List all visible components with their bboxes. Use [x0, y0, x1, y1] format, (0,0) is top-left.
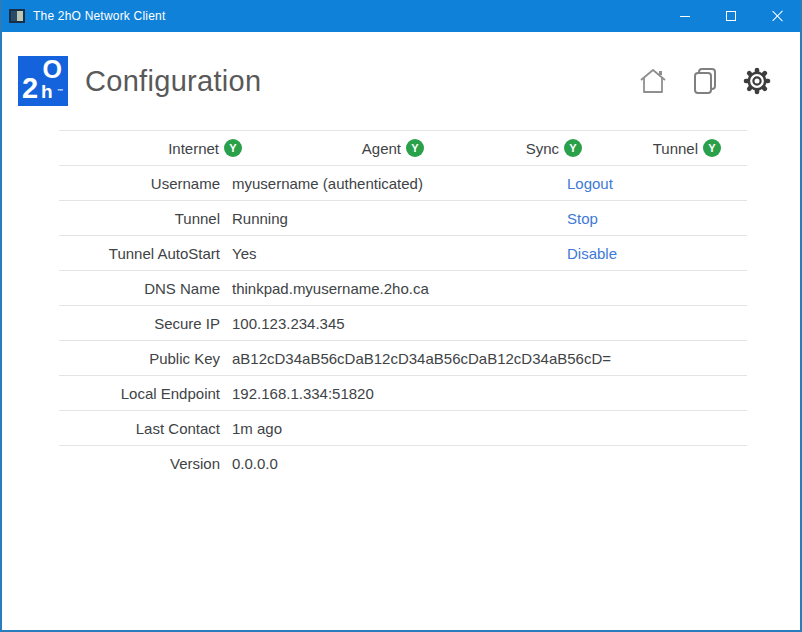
status-label: Tunnel: [653, 140, 698, 157]
row-value: 192.168.1.334:51820: [232, 385, 567, 402]
config-table: Internet Y Agent Y Sync Y Tunnel Y Usern…: [59, 130, 747, 480]
close-button[interactable]: [754, 0, 800, 32]
logo-char-o: O: [43, 57, 62, 82]
row-label: Tunnel: [59, 210, 232, 227]
status-badge-sync: Y: [564, 139, 582, 157]
status-badge-internet: Y: [224, 139, 242, 157]
row-label: Version: [59, 455, 232, 472]
status-row: Internet Y Agent Y Sync Y Tunnel Y: [59, 130, 747, 165]
row-value: myusername (authenticated): [232, 175, 567, 192]
app-window: The 2hO Network Client 2 h O ™ Configura…: [0, 0, 802, 632]
header-actions: [635, 63, 775, 99]
window-title: The 2hO Network Client: [33, 9, 165, 23]
row-value: thinkpad.myusername.2ho.ca: [232, 280, 567, 297]
close-icon: [771, 10, 783, 22]
minimize-button[interactable]: [662, 0, 708, 32]
copy-button[interactable]: [687, 63, 723, 99]
settings-gear-icon: [739, 63, 775, 99]
row-label: DNS Name: [59, 280, 232, 297]
row-public-key: Public Key aB12cD34aB56cDaB12cD34aB56cDa…: [59, 340, 747, 375]
row-label: Username: [59, 175, 232, 192]
row-username: Username myusername (authenticated) Logo…: [59, 165, 747, 200]
row-value: 100.123.234.345: [232, 315, 567, 332]
row-tunnel: Tunnel Running Stop: [59, 200, 747, 235]
status-badge-agent: Y: [406, 139, 424, 157]
maximize-icon: [726, 11, 736, 21]
logo-trademark: ™: [57, 88, 63, 94]
maximize-button[interactable]: [708, 0, 754, 32]
copy-icon: [688, 64, 722, 98]
page-header: 2 h O ™ Configuration: [2, 32, 800, 130]
row-tunnel-autostart: Tunnel AutoStart Yes Disable: [59, 235, 747, 270]
row-secure-ip: Secure IP 100.123.234.345: [59, 305, 747, 340]
settings-button[interactable]: [739, 63, 775, 99]
home-icon: [636, 64, 670, 98]
status-label: Internet: [168, 140, 219, 157]
disable-link[interactable]: Disable: [567, 245, 617, 262]
row-label: Public Key: [59, 350, 232, 367]
page-title: Configuration: [85, 65, 261, 98]
status-label: Agent: [362, 140, 401, 157]
row-label: Local Endpoint: [59, 385, 232, 402]
app-icon: [9, 9, 25, 23]
row-dns-name: DNS Name thinkpad.myusername.2ho.ca: [59, 270, 747, 305]
status-agent: Agent Y: [242, 131, 424, 165]
row-value: Yes: [232, 245, 567, 262]
titlebar: The 2hO Network Client: [2, 0, 800, 32]
logo-char-h: h: [41, 82, 53, 101]
row-last-contact: Last Contact 1m ago: [59, 410, 747, 445]
row-value: Running: [232, 210, 567, 227]
logo-char-2: 2: [22, 74, 38, 103]
status-badge-tunnel: Y: [703, 139, 721, 157]
row-local-endpoint: Local Endpoint 192.168.1.334:51820: [59, 375, 747, 410]
row-version: Version 0.0.0.0: [59, 445, 747, 480]
row-label: Last Contact: [59, 420, 232, 437]
stop-link[interactable]: Stop: [567, 210, 598, 227]
row-value: 0.0.0.0: [232, 455, 567, 472]
window-controls: [662, 0, 800, 32]
logout-link[interactable]: Logout: [567, 175, 613, 192]
status-sync: Sync Y: [424, 131, 582, 165]
status-label: Sync: [526, 140, 559, 157]
row-value: 1m ago: [232, 420, 567, 437]
status-internet: Internet Y: [59, 131, 242, 165]
row-value: aB12cD34aB56cDaB12cD34aB56cDaB12cD34aB56…: [232, 350, 567, 367]
home-button[interactable]: [635, 63, 671, 99]
row-label: Tunnel AutoStart: [59, 245, 232, 262]
row-label: Secure IP: [59, 315, 232, 332]
app-logo: 2 h O ™: [18, 56, 68, 106]
status-tunnel: Tunnel Y: [582, 131, 747, 165]
minimize-icon: [680, 16, 690, 17]
